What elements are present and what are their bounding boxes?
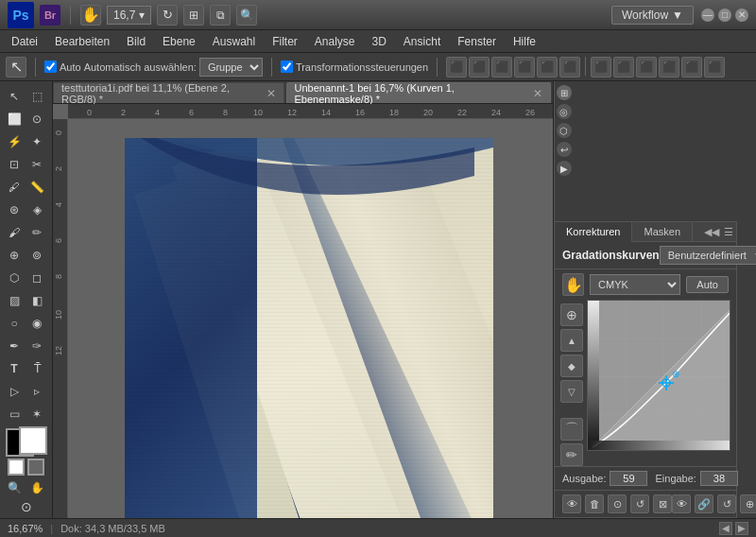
channels-icon[interactable]: ◎ bbox=[557, 104, 572, 119]
refresh-2-icon[interactable]: ↺ bbox=[717, 494, 736, 513]
paths-icon[interactable]: ⬡ bbox=[557, 123, 572, 138]
eingabe-input[interactable] bbox=[700, 471, 738, 486]
eye-3-icon[interactable]: 👁 bbox=[672, 494, 691, 513]
auto-select-checkbox[interactable] bbox=[44, 61, 57, 73]
pen-tool[interactable]: ✒ bbox=[4, 335, 26, 356]
dist-center-icon[interactable]: ⬛ bbox=[613, 57, 634, 78]
history-icon[interactable]: ↩ bbox=[557, 142, 572, 157]
align-mid-icon[interactable]: ⬛ bbox=[537, 57, 558, 78]
lasso-tool[interactable]: ⊙ bbox=[26, 108, 48, 130]
transform-checkbox[interactable] bbox=[281, 61, 293, 73]
tab-masken[interactable]: Masken bbox=[632, 222, 693, 241]
curves-sample-black[interactable]: ▲ bbox=[560, 329, 583, 352]
fill-tool[interactable]: ◧ bbox=[26, 289, 48, 311]
path-select-tool[interactable]: ▷ bbox=[4, 380, 26, 402]
quick-select-tool[interactable]: ✦ bbox=[26, 130, 48, 152]
artboard-tool[interactable]: ⬚ bbox=[26, 85, 48, 107]
standard-mode-btn[interactable] bbox=[8, 459, 25, 476]
align-top-icon[interactable]: ⬛ bbox=[514, 57, 535, 78]
curves-hand-tool[interactable]: ✋ bbox=[562, 273, 584, 296]
type-mask-tool[interactable]: T̄ bbox=[26, 357, 48, 379]
curves-smooth-btn[interactable]: ⌒ bbox=[560, 418, 583, 441]
auto-select-dropdown[interactable]: Gruppe Ebene bbox=[199, 58, 263, 77]
zoom-in-icon[interactable]: 🔍 bbox=[236, 5, 257, 26]
spot-heal-tool[interactable]: ⊛ bbox=[4, 199, 26, 220]
dodge-tool[interactable]: ○ bbox=[4, 312, 26, 334]
menu-hilfe[interactable]: Hilfe bbox=[506, 33, 543, 50]
align-bottom-icon[interactable]: ⬛ bbox=[559, 57, 580, 78]
dist-bottom-icon[interactable]: ⬛ bbox=[704, 57, 725, 78]
add-icon[interactable]: ⊕ bbox=[740, 494, 756, 513]
slice-tool[interactable]: ✂ bbox=[26, 153, 48, 175]
brush-tool[interactable]: 🖌 bbox=[4, 221, 26, 243]
link-icon[interactable]: 🔗 bbox=[695, 494, 713, 513]
history-brush-tool[interactable]: ⊚ bbox=[26, 244, 48, 266]
tab-pdf-close[interactable]: ✕ bbox=[266, 87, 276, 100]
rotate-icon[interactable]: ↻ bbox=[157, 5, 178, 26]
menu-analyse[interactable]: Analyse bbox=[307, 33, 363, 50]
clip-icon[interactable]: ⊠ bbox=[653, 494, 672, 513]
patch-tool[interactable]: ◈ bbox=[26, 199, 48, 220]
menu-bild[interactable]: Bild bbox=[119, 33, 153, 50]
status-right-btn[interactable]: ▶ bbox=[735, 522, 748, 535]
menu-ansicht[interactable]: Ansicht bbox=[396, 33, 448, 50]
status-left-btn[interactable]: ◀ bbox=[719, 522, 732, 535]
hand-tool[interactable]: ✋ bbox=[26, 476, 48, 498]
direct-select-tool[interactable]: ▹ bbox=[26, 380, 48, 402]
tab-korrekturen[interactable]: Korrekturen bbox=[555, 222, 632, 242]
align-center-icon[interactable]: ⬛ bbox=[469, 57, 490, 78]
pencil-tool[interactable]: ✏ bbox=[26, 221, 48, 243]
align-left-icon[interactable]: ⬛ bbox=[446, 57, 467, 78]
curves-channel-dropdown[interactable]: CMYK Cyan Magenta Gelb Schwarz bbox=[590, 274, 680, 295]
quick-mask-btn[interactable] bbox=[27, 459, 44, 476]
menu-ebene[interactable]: Ebene bbox=[155, 33, 203, 50]
eye-icon[interactable]: 👁 bbox=[562, 494, 581, 513]
dist-right-icon[interactable]: ⬛ bbox=[636, 57, 657, 78]
zoom-control[interactable]: 16,7 ▾ bbox=[107, 6, 151, 25]
gradient-tool[interactable]: ▨ bbox=[4, 289, 26, 311]
menu-auswahl[interactable]: Auswahl bbox=[205, 33, 263, 50]
align-right-icon[interactable]: ⬛ bbox=[491, 57, 512, 78]
grid-icon[interactable]: ⊞ bbox=[183, 5, 204, 26]
burn-tool[interactable]: ◉ bbox=[26, 312, 48, 334]
background-color[interactable] bbox=[19, 426, 47, 455]
move-tool[interactable]: ↖ bbox=[4, 85, 26, 107]
ruler-tool[interactable]: 📏 bbox=[26, 176, 48, 198]
trash-icon[interactable]: 🗑 bbox=[585, 494, 604, 513]
dist-top-icon[interactable]: ⬛ bbox=[659, 57, 679, 78]
panel-expand-icon[interactable]: ◀◀ bbox=[704, 224, 719, 239]
move-tool-icon[interactable]: ↖ bbox=[6, 57, 26, 78]
curves-sample-white[interactable]: ▽ bbox=[560, 380, 583, 403]
dist-left-icon[interactable]: ⬛ bbox=[591, 57, 611, 78]
actions-icon[interactable]: ▶ bbox=[557, 161, 572, 176]
screen-mode-btn[interactable]: ⊙ bbox=[4, 499, 49, 514]
crop-tool[interactable]: ⊡ bbox=[4, 153, 26, 175]
type-tool[interactable]: T bbox=[4, 357, 26, 379]
workspace-button[interactable]: Workflow ▼ bbox=[611, 6, 694, 25]
curves-auto-button[interactable]: Auto bbox=[686, 276, 729, 293]
menu-bearbeiten[interactable]: Bearbeiten bbox=[47, 33, 117, 50]
eyedropper-tool[interactable]: 🖋 bbox=[4, 176, 26, 198]
maximize-button[interactable]: □ bbox=[718, 9, 731, 22]
refresh-icon[interactable]: ↺ bbox=[630, 494, 649, 513]
menu-fenster[interactable]: Fenster bbox=[450, 33, 504, 50]
dist-mid-icon[interactable]: ⬛ bbox=[681, 57, 702, 78]
magic-wand-tool[interactable]: ⚡ bbox=[4, 130, 26, 152]
tab-curves[interactable]: Unbenannt-1 bei 16,7% (Kurven 1, Ebenenm… bbox=[286, 82, 551, 103]
curves-sample-gray[interactable]: ◆ bbox=[560, 355, 583, 377]
clone-tool[interactable]: ⊕ bbox=[4, 244, 26, 266]
zoom-tool[interactable]: 🔍 bbox=[4, 476, 26, 498]
menu-3d[interactable]: 3D bbox=[365, 33, 394, 50]
minimize-button[interactable]: — bbox=[701, 9, 714, 22]
custom-shape-tool[interactable]: ✶ bbox=[26, 403, 48, 424]
eye-2-icon[interactable]: ⊙ bbox=[608, 494, 627, 513]
ausgabe-input[interactable] bbox=[610, 471, 647, 486]
shape-tool[interactable]: ▭ bbox=[4, 403, 26, 424]
close-button[interactable]: ✕ bbox=[735, 9, 748, 22]
curves-eyedropper-tool[interactable]: ⊕ bbox=[560, 303, 583, 326]
menu-filter[interactable]: Filter bbox=[265, 33, 305, 50]
menu-datei[interactable]: Datei bbox=[4, 33, 45, 50]
tab-curves-close[interactable]: ✕ bbox=[533, 87, 542, 100]
tab-pdf[interactable]: testtutoria1i.pdf bei 11,1% (Ebene 2, RG… bbox=[53, 82, 284, 103]
curves-graph[interactable]: ⊕ bbox=[587, 300, 730, 451]
